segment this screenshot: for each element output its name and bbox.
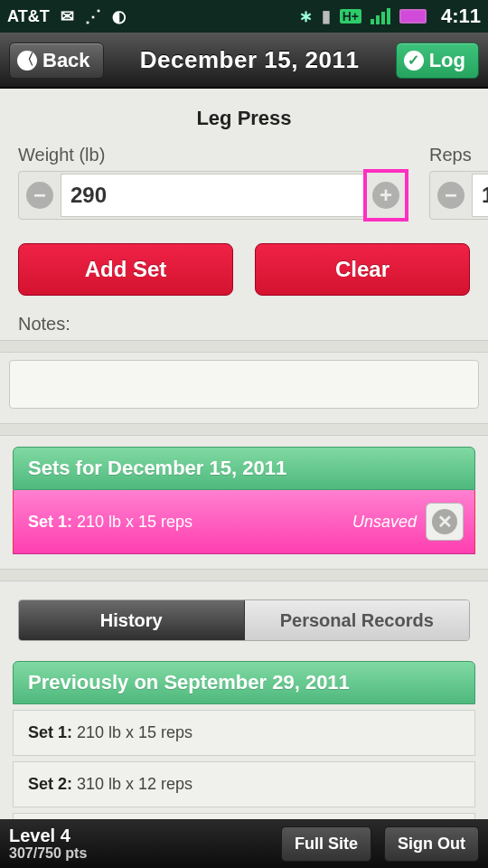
reps-label: Reps	[429, 145, 488, 165]
today-set-row[interactable]: Set 1: 210 lb x 15 reps Unsaved ✕	[13, 490, 475, 554]
today-sets-header: Sets for December 15, 2011	[13, 447, 475, 490]
chevron-left-icon: 〈	[17, 51, 37, 71]
nav-bar: 〈 Back December 15, 2011 ✓ Log	[0, 33, 488, 89]
clock: 4:11	[441, 5, 481, 28]
mail-icon: ✉	[61, 6, 74, 26]
battery-icon	[399, 9, 427, 24]
weight-increment-button[interactable]: +	[365, 171, 407, 220]
history-set-row: Set 2: 310 lb x 12 reps	[13, 761, 475, 807]
reps-decrement-button[interactable]: −	[430, 171, 472, 220]
previous-header: Previously on September 29, 2011	[13, 661, 475, 704]
full-site-button[interactable]: Full Site	[281, 826, 371, 862]
history-set-row: Set 1: 210 lb x 15 reps	[13, 710, 475, 756]
back-button[interactable]: 〈 Back	[9, 42, 104, 79]
sign-out-button[interactable]: Sign Out	[384, 826, 479, 862]
reps-input[interactable]	[472, 174, 488, 217]
notes-input[interactable]	[9, 360, 479, 409]
minus-icon: −	[26, 182, 53, 209]
log-button[interactable]: ✓ Log	[396, 42, 479, 79]
set-desc: 210 lb x 15 reps	[72, 513, 192, 531]
notes-label: Notes:	[18, 314, 470, 335]
tab-history[interactable]: History	[19, 600, 245, 640]
bluetooth-icon: ∗	[299, 6, 313, 26]
add-set-button[interactable]: Add Set	[18, 243, 233, 296]
set-label: Set 1:	[28, 513, 72, 531]
data-hplus-icon: H+	[340, 9, 361, 24]
plus-icon: +	[372, 182, 399, 209]
page-title: December 15, 2011	[104, 46, 396, 74]
status-bar: AT&T ✉ ⋰ ◐ ∗ ▮ H+ 4:11	[0, 0, 488, 33]
tabs: History Personal Records	[18, 599, 470, 641]
level-label: Level 4	[9, 826, 87, 844]
carrier-label: AT&T	[7, 7, 50, 26]
exercise-title: Leg Press	[18, 107, 470, 130]
set-status: Unsaved	[352, 513, 417, 532]
check-icon: ✓	[404, 51, 424, 71]
points-label: 307/750 pts	[9, 846, 87, 861]
signal-icon	[371, 8, 390, 24]
tab-personal-records[interactable]: Personal Records	[245, 600, 470, 640]
close-icon: ✕	[432, 509, 457, 534]
weight-decrement-button[interactable]: −	[19, 171, 61, 220]
wifi-icon: ⋰	[85, 6, 101, 26]
vibrate-icon: ▮	[322, 6, 331, 26]
log-label: Log	[429, 49, 465, 72]
weight-input[interactable]	[61, 174, 365, 217]
weight-label: Weight (lb)	[18, 145, 408, 165]
sync-icon: ◐	[112, 6, 127, 26]
minus-icon: −	[437, 182, 465, 209]
delete-set-button[interactable]: ✕	[426, 503, 464, 541]
footer-bar: Level 4 307/750 pts Full Site Sign Out	[0, 819, 488, 868]
clear-button[interactable]: Clear	[255, 243, 470, 296]
reps-stepper: − +	[429, 171, 488, 220]
weight-stepper: − +	[18, 171, 408, 220]
back-label: Back	[42, 49, 90, 72]
